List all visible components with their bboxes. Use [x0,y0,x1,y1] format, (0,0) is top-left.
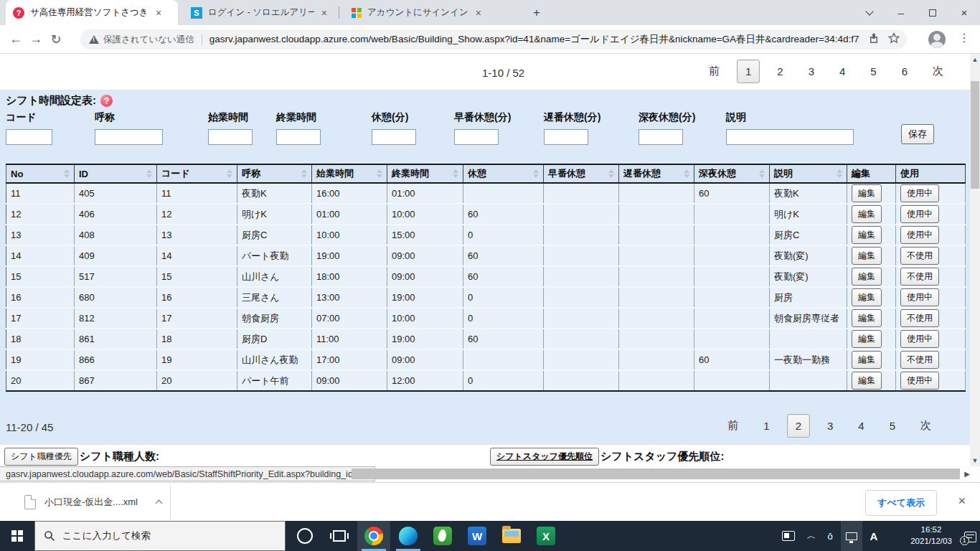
use-status-button[interactable]: 使用中 [900,372,939,390]
use-status-button[interactable]: 不使用 [900,351,939,369]
edit-button[interactable]: 編集 [852,226,882,244]
column-header[interactable]: 休憩 [463,164,544,183]
reload-icon[interactable]: ↻ [46,32,66,47]
word-icon[interactable]: W [461,521,494,551]
pagination-prev[interactable]: 前 [720,414,746,438]
pagination-page-4[interactable]: 4 [831,60,853,83]
profile-avatar-icon[interactable] [928,31,946,48]
ime-mode-indicator[interactable]: A [864,521,884,551]
pagination-prev[interactable]: 前 [701,60,727,83]
edge-icon[interactable] [392,521,425,551]
save-button[interactable]: 保存 [901,124,934,144]
shift-job-priority-button[interactable]: シフト職種優先 [4,448,78,466]
new-tab-button[interactable]: + [528,5,545,22]
bookmark-star-icon[interactable] [888,32,900,47]
edit-button[interactable]: 編集 [852,205,882,223]
taskbar-search-input[interactable]: ここに入力して検索 [34,521,286,551]
network-icon[interactable] [841,521,862,551]
staff-priority-button[interactable]: シフトスタッフ優先順位 [490,448,599,466]
pagination-page-5[interactable]: 5 [882,415,903,437]
pagination-next[interactable]: 次 [913,414,939,438]
pagination-page-2[interactable]: 2 [769,60,791,83]
pagination-page-1[interactable]: 1 [755,415,777,437]
action-center-icon[interactable]: 1 [960,521,980,551]
filter-description-input[interactable] [726,129,854,145]
use-status-button[interactable]: 使用中 [900,330,939,348]
use-status-button[interactable]: 使用中 [900,226,939,244]
task-view-icon[interactable] [323,521,356,551]
pagination-page-1[interactable]: 1 [737,60,760,83]
help-icon[interactable]: ? [100,95,113,107]
tab-signin[interactable]: アカウントにサインイン × [344,0,517,25]
pagination-next[interactable]: 次 [925,60,951,83]
vertical-scrollbar-thumb[interactable] [971,81,979,189]
column-header[interactable]: 終業時間 [387,164,463,183]
tray-device-icon[interactable]: ō [821,521,839,551]
chrome-icon[interactable] [357,521,390,551]
column-header[interactable]: コード [157,164,237,183]
close-icon[interactable]: × [948,0,980,25]
download-bar-close-icon[interactable]: × [958,494,966,509]
pagination-page-5[interactable]: 5 [862,60,884,83]
minimize-icon[interactable]: – [885,0,917,25]
tab-soloel[interactable]: S ログイン - ソロエルアリーナ Powerd by × [184,0,334,25]
tab-close-icon[interactable]: × [156,7,161,19]
browser-menu-icon[interactable]: ⋮ [958,31,970,44]
file-explorer-icon[interactable] [495,521,528,551]
edit-button[interactable]: 編集 [852,372,882,390]
tab-close-icon[interactable]: × [321,7,327,19]
filter-start-time-input[interactable] [208,129,253,145]
show-all-downloads-button[interactable]: すべて表示 [865,490,937,516]
cortana-icon[interactable] [288,521,321,551]
use-status-button[interactable]: 使用中 [900,205,939,223]
filter-end-time-input[interactable] [276,129,321,145]
share-icon[interactable] [868,32,880,47]
start-button[interactable] [0,521,34,551]
tab-search-icon[interactable] [854,0,885,25]
edit-button[interactable]: 編集 [852,330,882,348]
excel-icon[interactable]: X [529,521,562,551]
pagination-page-2[interactable]: 2 [787,414,810,438]
use-status-button[interactable]: 不使用 [900,268,939,286]
edit-button[interactable]: 編集 [852,351,882,369]
use-status-button[interactable]: 不使用 [900,309,939,327]
scroll-down-button[interactable]: ▼ [970,455,980,466]
tab-close-icon[interactable]: × [476,7,481,19]
column-header[interactable]: 遅番休憩 [619,164,694,183]
address-bar[interactable]: 保護されていない通信 gasrv.japanwest.cloudapp.azur… [80,29,907,50]
chevron-up-icon[interactable] [156,500,163,507]
filter-name-input[interactable] [95,129,163,145]
security-label[interactable]: 保護されていない通信 [103,34,194,46]
taskbar-clock[interactable]: 16:52 2021/12/03 [903,521,960,551]
forward-icon[interactable]: → [26,32,46,47]
scroll-up-button[interactable]: ▲ [970,54,980,65]
column-header[interactable]: 深夜休憩 [694,164,770,183]
download-item[interactable]: 小口現金-仮出金....xml [14,489,171,515]
filter-night-rest-input[interactable] [639,129,683,145]
edit-button[interactable]: 編集 [852,309,882,327]
filter-code-input[interactable] [6,129,52,145]
news-widget-icon[interactable] [776,521,801,551]
edit-button[interactable]: 編集 [852,288,882,306]
filter-rest-input[interactable] [372,129,416,145]
tab-satsuki[interactable]: ? サ高住専用経営ソフトさつきちゃん × [6,0,178,25]
column-header[interactable]: 始業時間 [312,164,387,183]
maximize-icon[interactable] [917,0,948,25]
scroll-right-button[interactable]: ▶ [962,468,972,479]
pagination-page-3[interactable]: 3 [819,415,841,437]
edit-button[interactable]: 編集 [852,247,882,265]
pagination-page-6[interactable]: 6 [894,60,915,83]
horizontal-scrollbar-thumb[interactable] [352,468,960,479]
satsuki-app-icon[interactable] [426,521,459,551]
back-icon[interactable]: ← [6,32,26,47]
column-header[interactable]: No [6,164,75,183]
edit-button[interactable]: 編集 [852,268,882,286]
pagination-page-4[interactable]: 4 [850,415,872,437]
filter-early-rest-input[interactable] [454,129,499,145]
filter-late-rest-input[interactable] [544,129,588,145]
column-header[interactable]: 呼称 [237,164,312,183]
download-file-name[interactable]: 小口現金-仮出金....xml [44,496,138,509]
pagination-page-3[interactable]: 3 [801,60,822,83]
tray-chevron-icon[interactable]: ︿ [802,521,821,551]
edit-button[interactable]: 編集 [852,184,882,202]
